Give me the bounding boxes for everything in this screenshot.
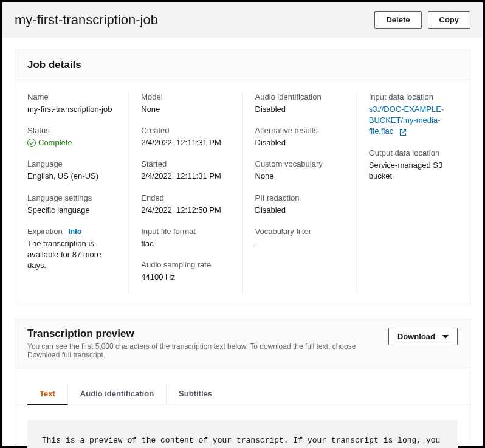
job-details-header: Job details [15, 50, 470, 80]
transcript-preview-box: This is a preview of the content of your… [27, 420, 458, 448]
page-header: my-first-transcription-job Delete Copy [2, 2, 483, 38]
preview-title: Transcription preview [27, 328, 388, 340]
page-title: my-first-transcription-job [15, 12, 158, 28]
job-details-body: Name my-first-transcription-job Status C… [15, 80, 470, 306]
lang-settings-label: Language settings [27, 193, 116, 202]
pii-label: PII redaction [255, 193, 344, 202]
details-col-1: Name my-first-transcription-job Status C… [27, 92, 129, 294]
sampling-label: Audio sampling rate [141, 260, 230, 269]
job-details-panel: Job details Name my-first-transcription-… [15, 50, 470, 306]
started-label: Started [141, 159, 230, 168]
preview-header: Transcription preview You can see the fi… [15, 319, 470, 368]
vocab-value: None [255, 171, 344, 182]
language-value: English, US (en-US) [27, 171, 116, 182]
details-col-3: Audio identification Disabled Alternativ… [243, 92, 357, 294]
check-circle-icon [27, 139, 36, 147]
name-label: Name [27, 92, 116, 102]
expiration-value: The transcription is available for 87 mo… [27, 238, 116, 272]
info-link[interactable]: Info [68, 227, 81, 236]
sampling-value: 44100 Hz [141, 272, 230, 283]
output-loc-value: Service-managed S3 bucket [369, 160, 458, 182]
pii-value: Disabled [255, 205, 344, 216]
format-label: Input file format [141, 227, 230, 236]
preview-panel: Transcription preview You can see the fi… [15, 319, 470, 448]
input-loc-value: s3://DOC-EXAMPLE-BUCKET/my-media-file.fl… [369, 104, 458, 137]
chevron-down-icon [442, 335, 449, 339]
job-details-title: Job details [27, 59, 458, 71]
alt-results-value: Disabled [255, 137, 344, 148]
vfilter-value: - [255, 238, 344, 249]
tab-audio-identification[interactable]: Audio identification [68, 383, 167, 405]
status-label: Status [27, 126, 116, 135]
preview-subtitle: You can see the first 5,000 characters o… [27, 342, 388, 359]
created-value: 2/4/2022, 12:11:31 PM [141, 137, 230, 148]
language-label: Language [27, 159, 116, 168]
vfilter-label: Vocabulary filter [255, 227, 344, 236]
preview-tabs: Text Audio identification Subtitles [15, 368, 470, 405]
model-value: None [141, 104, 230, 115]
details-col-2: Model None Created 2/4/2022, 12:11:31 PM… [129, 92, 243, 294]
copy-button[interactable]: Copy [428, 11, 471, 29]
expiration-label: Expiration Info [27, 227, 116, 236]
output-loc-label: Output data location [369, 148, 458, 157]
status-text: Complete [38, 137, 72, 148]
header-actions: Delete Copy [374, 11, 470, 29]
tab-text[interactable]: Text [27, 383, 68, 405]
started-value: 2/4/2022, 12:11:31 PM [141, 171, 230, 182]
lang-settings-value: Specific language [27, 205, 116, 216]
ended-value: 2/4/2022, 12:12:50 PM [141, 205, 230, 216]
audio-id-value: Disabled [255, 104, 344, 115]
details-col-4: Input data location s3://DOC-EXAMPLE-BUC… [357, 92, 458, 294]
tab-subtitles[interactable]: Subtitles [167, 383, 224, 405]
audio-id-label: Audio identification [255, 92, 344, 102]
status-value: Complete [27, 137, 116, 148]
download-label: Download [397, 332, 435, 341]
created-label: Created [141, 126, 230, 135]
model-label: Model [141, 92, 230, 102]
input-loc-label: Input data location [369, 92, 458, 102]
alt-results-label: Alternative results [255, 126, 344, 135]
delete-button[interactable]: Delete [374, 11, 421, 29]
external-link-icon[interactable] [399, 128, 407, 136]
ended-label: Ended [141, 193, 230, 202]
download-button[interactable]: Download [388, 328, 458, 345]
name-value: my-first-transcription-job [27, 104, 116, 115]
format-value: flac [141, 238, 230, 249]
vocab-label: Custom vocabulary [255, 159, 344, 168]
